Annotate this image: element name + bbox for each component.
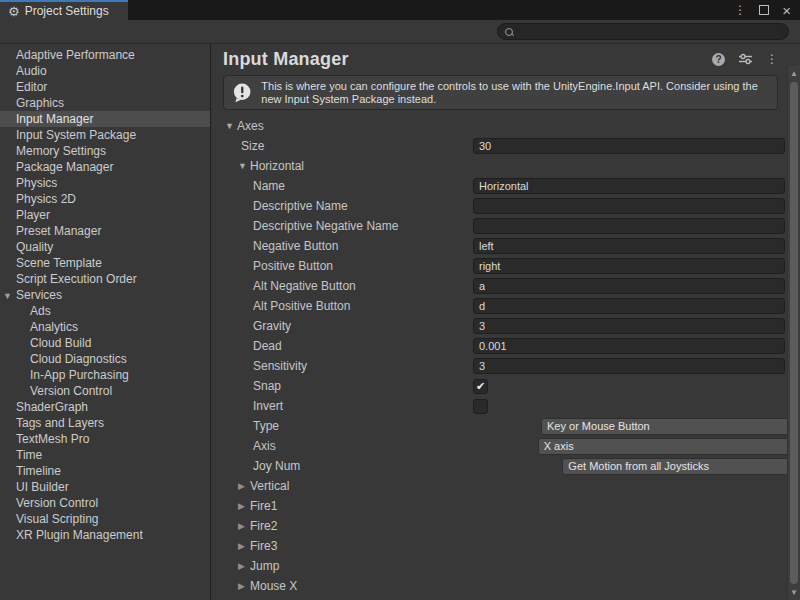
sidebar-item-physics[interactable]: Physics	[0, 175, 210, 191]
sidebar-item-analytics[interactable]: Analytics	[0, 319, 210, 335]
sidebar-item-editor[interactable]: Editor	[0, 79, 210, 95]
alt-negative-button-field[interactable]: a	[473, 278, 785, 294]
sidebar-item-label: Physics	[16, 176, 57, 190]
foldout-vertical[interactable]: ▶ Vertical	[211, 476, 800, 496]
foldout-open-icon[interactable]: ▼	[3, 288, 16, 304]
vertical-scrollbar[interactable]: ▲ ▼	[787, 66, 800, 600]
descriptive-name-field[interactable]	[473, 198, 785, 214]
property-label: Sensitivity	[253, 359, 307, 373]
sidebar-item-cloud-diagnostics[interactable]: Cloud Diagnostics	[0, 351, 210, 367]
foldout-open-icon[interactable]: ▼	[238, 161, 250, 171]
sidebar-item-shadergraph[interactable]: ShaderGraph	[0, 399, 210, 415]
sidebar-item-physics-2d[interactable]: Physics 2D	[0, 191, 210, 207]
scrollbar-thumb[interactable]	[790, 82, 798, 584]
help-icon[interactable]: ?	[712, 53, 725, 66]
sidebar-item-cloud-build[interactable]: Cloud Build	[0, 335, 210, 351]
sensitivity-field[interactable]: 3	[473, 358, 785, 374]
sidebar-item-version-control[interactable]: Version Control	[0, 495, 210, 511]
positive-button-field[interactable]: right	[473, 258, 785, 274]
joy-num-dropdown[interactable]: Get Motion from all Joysticks	[562, 458, 800, 475]
name-field[interactable]: Horizontal	[473, 178, 785, 194]
invert-checkbox[interactable]	[473, 399, 488, 414]
sidebar-item-label: In-App Purchasing	[30, 368, 129, 382]
sidebar-item-ads[interactable]: Ads	[0, 303, 210, 319]
field-value: Horizontal	[479, 180, 529, 192]
foldout-closed-icon[interactable]: ▶	[238, 561, 250, 571]
sidebar-item-package-manager[interactable]: Package Manager	[0, 159, 210, 175]
sidebar-item-services-version-control[interactable]: Version Control	[0, 383, 210, 399]
sidebar-item-tags-and-layers[interactable]: Tags and Layers	[0, 415, 210, 431]
sidebar-item-textmesh-pro[interactable]: TextMesh Pro	[0, 431, 210, 447]
foldout-horizontal[interactable]: ▼ Horizontal	[211, 156, 800, 176]
property-row-name: Name Horizontal	[211, 176, 800, 196]
snap-checkbox[interactable]: ✔	[473, 379, 488, 394]
foldout-fire3[interactable]: ▶ Fire3	[211, 536, 800, 556]
sidebar-item-ui-builder[interactable]: UI Builder	[0, 479, 210, 495]
foldout-label: Vertical	[250, 479, 289, 493]
foldout-jump[interactable]: ▶ Jump	[211, 556, 800, 576]
sidebar-item-adaptive-performance[interactable]: Adaptive Performance	[0, 47, 210, 63]
dead-field[interactable]: 0.001	[473, 338, 785, 354]
foldout-closed-icon[interactable]: ▶	[238, 541, 250, 551]
context-menu-icon[interactable]: ⋮	[766, 52, 778, 66]
sidebar-item-input-manager[interactable]: Input Manager	[0, 111, 210, 127]
sidebar-item-input-system-package[interactable]: Input System Package	[0, 127, 210, 143]
foldout-closed-icon[interactable]: ▶	[238, 481, 250, 491]
sidebar-item-label: Memory Settings	[16, 144, 106, 158]
sidebar-item-graphics[interactable]: Graphics	[0, 95, 210, 111]
foldout-label: Mouse X	[250, 579, 297, 593]
field-value: a	[479, 280, 485, 292]
help-text: This is where you can configure the cont…	[261, 80, 769, 106]
sidebar-item-time[interactable]: Time	[0, 447, 210, 463]
sidebar-item-player[interactable]: Player	[0, 207, 210, 223]
sidebar-item-in-app-purchasing[interactable]: In-App Purchasing	[0, 367, 210, 383]
sidebar-item-quality[interactable]: Quality	[0, 239, 210, 255]
window-menu-icon[interactable]: ⋮	[734, 3, 746, 17]
sidebar-item-label: Visual Scripting	[16, 512, 99, 526]
info-bubble-icon	[232, 79, 252, 106]
foldout-mouse-x[interactable]: ▶ Mouse X	[211, 576, 800, 596]
foldout-closed-icon[interactable]: ▶	[238, 501, 250, 511]
property-label: Joy Num	[253, 459, 300, 473]
scroll-up-icon[interactable]: ▲	[788, 67, 800, 80]
sidebar-item-audio[interactable]: Audio	[0, 63, 210, 79]
sidebar-item-services[interactable]: ▼Services	[0, 287, 210, 303]
gravity-field[interactable]: 3	[473, 318, 785, 334]
size-field[interactable]: 30	[473, 138, 785, 154]
foldout-closed-icon[interactable]: ▶	[238, 581, 250, 591]
content-header: Input Manager ? ⋮	[211, 44, 800, 70]
sidebar-item-preset-manager[interactable]: Preset Manager	[0, 223, 210, 239]
sidebar-item-label: Timeline	[16, 464, 61, 478]
sidebar-item-memory-settings[interactable]: Memory Settings	[0, 143, 210, 159]
foldout-closed-icon[interactable]: ▶	[238, 521, 250, 531]
type-dropdown[interactable]: Key or Mouse Button	[541, 418, 800, 435]
property-row-positive-button: Positive Button right	[211, 256, 800, 276]
tab-project-settings[interactable]: ⚙ Project Settings	[0, 0, 128, 20]
sidebar-item-label: Version Control	[16, 496, 98, 510]
sidebar-item-script-execution-order[interactable]: Script Execution Order	[0, 271, 210, 287]
sidebar-item-timeline[interactable]: Timeline	[0, 463, 210, 479]
axis-dropdown[interactable]: X axis	[538, 438, 800, 455]
foldout-label: Fire2	[250, 519, 277, 533]
property-row-type: Type Key or Mouse Button	[211, 416, 800, 436]
sidebar-item-label: Physics 2D	[16, 192, 76, 206]
sidebar-item-xr-plugin-management[interactable]: XR Plugin Management	[0, 527, 210, 543]
sidebar-item-label: Preset Manager	[16, 224, 101, 238]
foldout-axes[interactable]: ▼ Axes	[211, 116, 800, 136]
foldout-open-icon[interactable]: ▼	[225, 121, 237, 131]
maximize-icon[interactable]	[759, 5, 769, 15]
foldout-fire2[interactable]: ▶ Fire2	[211, 516, 800, 536]
sidebar-item-scene-template[interactable]: Scene Template	[0, 255, 210, 271]
sidebar-item-visual-scripting[interactable]: Visual Scripting	[0, 511, 210, 527]
sidebar-item-label: Quality	[16, 240, 53, 254]
property-row-descriptive-name: Descriptive Name	[211, 196, 800, 216]
help-box: This is where you can configure the cont…	[223, 75, 778, 110]
alt-positive-button-field[interactable]: d	[473, 298, 785, 314]
search-input[interactable]	[497, 23, 789, 40]
scroll-down-icon[interactable]: ▼	[788, 586, 800, 599]
negative-button-field[interactable]: left	[473, 238, 785, 254]
preset-icon[interactable]	[738, 53, 753, 65]
foldout-fire1[interactable]: ▶ Fire1	[211, 496, 800, 516]
descriptive-negative-name-field[interactable]	[473, 218, 785, 234]
close-icon[interactable]: ×	[782, 3, 791, 18]
